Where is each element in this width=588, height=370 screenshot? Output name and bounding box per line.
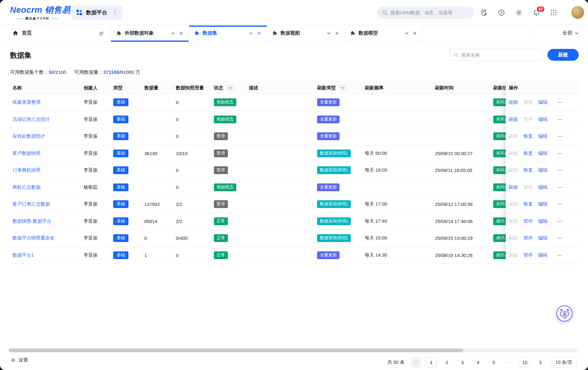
- creator-cell: 李亚振: [84, 201, 113, 207]
- pause-resume-action[interactable]: 暂停: [523, 235, 533, 241]
- edit-action[interactable]: 编辑: [538, 99, 547, 105]
- app-menu-kebab-icon[interactable]: ⋮: [111, 9, 119, 16]
- dataset-name-link[interactable]: 数据平台1: [9, 252, 84, 258]
- pause-resume-action[interactable]: 暂停: [523, 116, 533, 122]
- edit-action[interactable]: 编辑: [538, 184, 547, 190]
- refresh-action[interactable]: 刷新: [509, 218, 518, 224]
- tab-data-views[interactable]: 数据视图 ✕: [267, 25, 345, 41]
- app-switcher[interactable]: 数据平台 ⋮: [71, 5, 123, 20]
- edit-action[interactable]: 编辑: [538, 218, 547, 224]
- refresh-action[interactable]: 刷新: [509, 235, 518, 241]
- edit-action[interactable]: 编辑: [538, 167, 547, 173]
- tab-external-data-objects[interactable]: 外部数据对象 ✕: [111, 25, 189, 41]
- refresh-action[interactable]: 刷新: [509, 133, 518, 139]
- row-actions: 刷新 恢复 编辑 ⋯: [506, 162, 579, 179]
- more-actions-icon[interactable]: ⋯: [557, 116, 563, 123]
- pause-resume-action[interactable]: 恢复: [523, 167, 533, 173]
- notifications-bell-icon[interactable]: 62: [533, 9, 540, 16]
- pause-resume-action[interactable]: 恢复: [523, 150, 533, 156]
- edit-action[interactable]: 编辑: [538, 133, 547, 139]
- puzzle-icon: [272, 31, 277, 36]
- refresh-type-badge: 全量更新: [317, 116, 340, 123]
- apps-grid-icon[interactable]: [550, 9, 557, 16]
- more-actions-icon[interactable]: ⋯: [557, 218, 563, 225]
- refresh-action[interactable]: 刷新: [509, 99, 518, 105]
- pause-resume-action[interactable]: 暂停: [523, 184, 533, 190]
- page-button-4[interactable]: 4: [473, 357, 483, 368]
- home-tab[interactable]: 首页: [12, 25, 32, 41]
- close-icon[interactable]: ✕: [335, 31, 339, 36]
- new-dataset-button[interactable]: 新建: [547, 49, 579, 61]
- pause-resume-action[interactable]: 暂停: [523, 99, 533, 105]
- dataset-name-link[interactable]: 活动记录汇总统计: [9, 116, 84, 122]
- help-icon[interactable]: ?: [498, 9, 505, 16]
- page-button-2[interactable]: 2: [442, 357, 452, 368]
- edit-action[interactable]: 编辑: [538, 116, 547, 122]
- status-filter-icon[interactable]: [227, 84, 234, 91]
- dataset-search[interactable]: [450, 49, 542, 61]
- prev-page-button[interactable]: [411, 357, 421, 368]
- settings-button[interactable]: 设置: [11, 357, 28, 363]
- tasks-icon[interactable]: [480, 9, 488, 16]
- more-actions-icon[interactable]: ⋯: [557, 167, 563, 173]
- refresh-action[interactable]: 刷新: [509, 201, 518, 207]
- dataset-name-link[interactable]: 客户数据快照: [9, 150, 84, 156]
- close-icon[interactable]: ✕: [413, 31, 417, 36]
- pause-resume-action[interactable]: 暂停: [523, 252, 533, 258]
- page-button-10[interactable]: 10: [520, 357, 530, 368]
- global-search-input[interactable]: [390, 10, 469, 15]
- page-button-1[interactable]: 1: [426, 357, 436, 368]
- all-tabs-dropdown[interactable]: 全部: [562, 25, 579, 41]
- tab-data-models[interactable]: 数据模型 ✕: [345, 25, 422, 41]
- more-pages-icon[interactable]: ⋯: [504, 357, 514, 368]
- ai-assistant-button[interactable]: AI: [556, 305, 573, 322]
- pause-resume-action[interactable]: 暂停: [523, 218, 533, 224]
- dataset-name-link[interactable]: 订单商机快照: [9, 167, 84, 173]
- more-actions-icon[interactable]: ⋯: [557, 133, 563, 140]
- refresh-action[interactable]: 刷新: [509, 184, 518, 190]
- refresh-type-badge: 全量更新: [317, 132, 340, 140]
- refresh-action[interactable]: 刷新: [509, 252, 518, 258]
- chevron-down-icon[interactable]: [249, 32, 253, 35]
- pause-resume-action[interactable]: 恢复: [523, 133, 533, 139]
- horizontal-scrollbar-thumb[interactable]: [9, 349, 463, 352]
- edit-action[interactable]: 编辑: [538, 235, 547, 241]
- dataset-name-link[interactable]: 数据平台快照重命名: [9, 235, 84, 241]
- dataset-name-link[interactable]: 数据快照-数据平台: [9, 218, 84, 224]
- tab-datasets[interactable]: 数据集 ✕: [189, 25, 267, 41]
- next-page-button[interactable]: [535, 357, 546, 368]
- tab-list-icon[interactable]: [99, 25, 105, 41]
- dataset-name-link[interactable]: 线索来源整理: [9, 99, 84, 105]
- more-actions-icon[interactable]: ⋯: [557, 235, 563, 241]
- refresh-action[interactable]: 刷新: [509, 167, 518, 173]
- more-actions-icon[interactable]: ⋯: [557, 150, 563, 157]
- close-icon[interactable]: ✕: [179, 31, 183, 36]
- more-actions-icon[interactable]: ⋯: [557, 99, 563, 106]
- edit-action[interactable]: 编辑: [538, 252, 547, 258]
- chevron-down-icon[interactable]: [327, 32, 331, 35]
- refresh-type-filter-icon[interactable]: [340, 84, 346, 91]
- dataset-name-link[interactable]: 应收款数据统计: [9, 133, 84, 139]
- page-button-5[interactable]: 5: [489, 357, 499, 368]
- global-search[interactable]: [377, 7, 474, 19]
- more-actions-icon[interactable]: ⋯: [557, 201, 563, 207]
- pause-resume-action[interactable]: 恢复: [523, 201, 533, 207]
- dataset-search-input[interactable]: [461, 52, 538, 58]
- more-actions-icon[interactable]: ⋯: [557, 184, 563, 191]
- page-button-3[interactable]: 3: [457, 357, 468, 368]
- settings-gear-icon[interactable]: [515, 9, 523, 16]
- data-volume-total: /61000 万: [119, 69, 140, 75]
- refresh-action[interactable]: 刷新: [509, 150, 518, 156]
- volume-cell: 0: [144, 235, 176, 241]
- dataset-name-link[interactable]: 客户订单汇总数据: [9, 201, 84, 207]
- chevron-down-icon[interactable]: [171, 32, 175, 35]
- more-actions-icon[interactable]: ⋯: [557, 252, 563, 259]
- edit-action[interactable]: 编辑: [538, 201, 547, 207]
- user-avatar[interactable]: [571, 6, 584, 19]
- page-size-select[interactable]: 10 条/页: [551, 357, 577, 368]
- close-icon[interactable]: ✕: [257, 31, 261, 36]
- chevron-down-icon[interactable]: [405, 32, 408, 35]
- refresh-action[interactable]: 刷新: [509, 116, 518, 122]
- edit-action[interactable]: 编辑: [538, 150, 547, 156]
- dataset-name-link[interactable]: 商机汇总数据: [9, 184, 84, 190]
